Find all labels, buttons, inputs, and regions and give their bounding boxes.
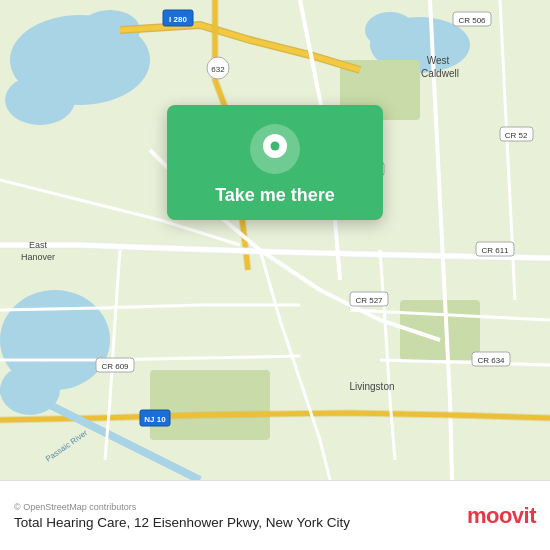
svg-text:632: 632 <box>211 65 225 74</box>
location-info: © OpenStreetMap contributors Total Heari… <box>14 502 350 530</box>
moovit-brand-text: moovit <box>467 503 536 529</box>
svg-text:West: West <box>427 55 450 66</box>
map-container: I 280 632 CR 506 CR 613 CR 52 CR 611 CR … <box>0 0 550 480</box>
location-pin-icon <box>249 123 301 175</box>
svg-text:CR 611: CR 611 <box>481 246 509 255</box>
navigation-card[interactable]: Take me there <box>167 105 383 220</box>
svg-point-5 <box>365 12 415 48</box>
svg-text:CR 634: CR 634 <box>477 356 505 365</box>
take-me-there-button[interactable]: Take me there <box>215 185 335 206</box>
svg-text:CR 609: CR 609 <box>101 362 129 371</box>
svg-point-40 <box>271 142 280 151</box>
location-name: Total Hearing Care, 12 Eisenhower Pkwy, … <box>14 515 350 530</box>
moovit-logo: moovit <box>467 503 536 529</box>
svg-text:CR 52: CR 52 <box>505 131 528 140</box>
svg-text:CR 506: CR 506 <box>458 16 486 25</box>
svg-point-2 <box>5 75 75 125</box>
svg-text:I 280: I 280 <box>169 15 187 24</box>
svg-rect-9 <box>150 370 270 440</box>
bottom-bar: © OpenStreetMap contributors Total Heari… <box>0 480 550 550</box>
map-attribution: © OpenStreetMap contributors <box>14 502 350 512</box>
svg-text:NJ 10: NJ 10 <box>144 415 166 424</box>
svg-text:CR 527: CR 527 <box>355 296 383 305</box>
svg-text:Caldwell: Caldwell <box>421 68 459 79</box>
svg-text:Livingston: Livingston <box>349 381 394 392</box>
svg-text:East: East <box>29 240 48 250</box>
svg-text:Hanover: Hanover <box>21 252 55 262</box>
